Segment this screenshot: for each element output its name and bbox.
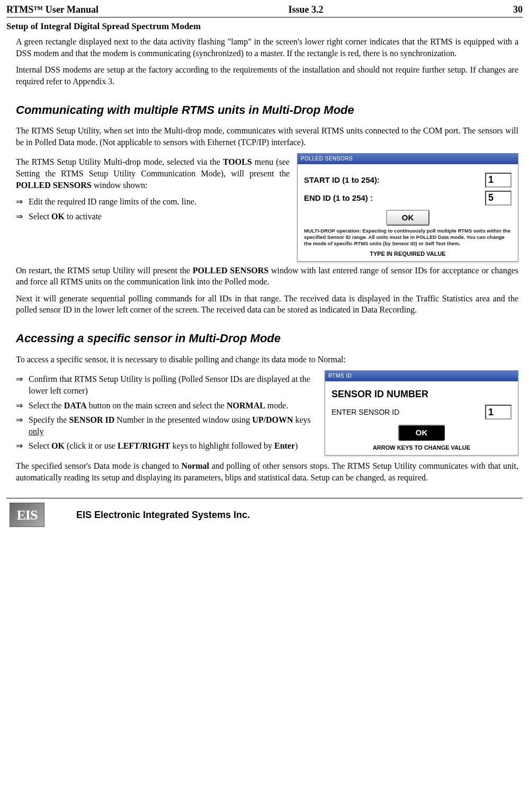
header-rule	[6, 17, 523, 17]
page-header: RTMS™ User Manual Issue 3.2 30	[6, 0, 523, 17]
header-center: Issue 3.2	[289, 3, 324, 16]
eis-logo: EIS	[10, 503, 44, 527]
text-fragment: Specify the	[29, 415, 69, 424]
multi-bullet-1: Edit the required ID range limits of the…	[29, 196, 290, 208]
bullet-arrow-icon: ⇒	[16, 414, 29, 437]
text-fragment: Number in the presented window using	[114, 415, 252, 424]
footer-company: EIS Electronic Integrated Systems Inc.	[76, 508, 250, 521]
access-paragraph-1: To access a specific sensor, it is neces…	[16, 354, 518, 365]
bold-polled-sensors: POLLED SENSORS	[16, 181, 92, 190]
text-fragment: Select	[29, 441, 51, 450]
bold-left-right: LEFT/RIGHT	[118, 441, 171, 450]
rtms-id-window: RTMS ID SENSOR ID NUMBER ENTER SENSOR ID…	[325, 370, 518, 456]
polled-sensors-window: POLLED SENSORS START ID (1 to 254): END …	[297, 153, 518, 261]
ok-button[interactable]: OK	[398, 425, 445, 441]
enter-sensor-id-label: ENTER SENSOR ID	[331, 407, 399, 417]
text-fragment: button on the main screen and select the	[87, 401, 227, 410]
bold-data: DATA	[64, 401, 87, 410]
bullet-arrow-icon: ⇒	[16, 440, 29, 452]
multi-paragraph-3: Next it will generate sequential polling…	[16, 293, 518, 316]
setup-paragraph-1: A green rectangle displayed next to the …	[16, 36, 518, 59]
text-fragment: The RTMS Setup Utility Multi-drop mode, …	[16, 157, 223, 166]
text-fragment: Select the	[29, 401, 64, 410]
bullet-arrow-icon: ⇒	[16, 196, 29, 208]
polled-sensors-note: MULTI-DROP operation: Expecting to conti…	[304, 228, 512, 247]
polled-sensors-footer: TYPE IN REQUIRED VALUE	[304, 250, 512, 258]
rtms-id-footer: ARROW KEYS TO CHANGE VALUE	[331, 444, 512, 452]
multi-bullet-2: Select OK to activate	[29, 211, 290, 222]
start-id-input[interactable]	[485, 173, 512, 188]
text-fragment: On restart, the RTMS setup Utility will …	[16, 266, 193, 275]
access-bullet-3: Specify the SENSOR ID Number in the pres…	[29, 414, 317, 437]
text-fragment: window shown:	[92, 181, 148, 190]
text-fragment: Select	[29, 212, 51, 221]
bullet-arrow-icon: ⇒	[16, 211, 29, 222]
text-fragment: (click it or use	[65, 441, 118, 450]
header-left: RTMS™ User Manual	[6, 3, 98, 16]
multi-paragraph-2: On restart, the RTMS setup Utility will …	[16, 265, 518, 288]
bold-sensor-id: SENSOR ID	[69, 415, 114, 424]
bold-enter: Enter	[274, 441, 295, 450]
text-fragment: )	[295, 441, 298, 450]
text-fragment: keys	[293, 415, 311, 424]
window-titlebar: POLLED SENSORS	[298, 154, 518, 164]
bullet-arrow-icon: ⇒	[16, 373, 29, 396]
underline-only: only	[29, 427, 43, 436]
bold-up-down: UP/DOWN	[252, 415, 293, 424]
multi-paragraph-1: The RTMS Setup Utility, when set into th…	[16, 125, 518, 148]
sensor-id-input[interactable]	[485, 405, 512, 420]
access-bullet-4: Select OK (click it or use LEFT/RIGHT ke…	[29, 440, 317, 452]
page-footer: EIS EIS Electronic Integrated Systems In…	[6, 498, 523, 529]
section-title-multi: Communicating with multiple RTMS units i…	[16, 102, 518, 118]
window-titlebar: RTMS ID	[325, 371, 518, 381]
bold-normal: Normal	[182, 461, 209, 470]
bold-polled-sensors: POLLED SENSORS	[193, 266, 268, 275]
end-id-label: END ID (1 to 254) :	[304, 193, 373, 203]
bold-ok: OK	[51, 212, 65, 221]
bullet-arrow-icon: ⇒	[16, 400, 29, 412]
bold-normal: NORMAL	[227, 401, 265, 410]
header-right: 30	[513, 3, 523, 16]
bold-tools: TOOLS	[223, 157, 252, 166]
access-paragraph-2: The specified sensor's Data mode is chan…	[16, 460, 518, 483]
setup-paragraph-2: Internal DSS modems are setup at the fac…	[16, 64, 518, 87]
start-id-label: START ID (1 to 254):	[304, 175, 380, 185]
bold-ok: OK	[51, 441, 65, 450]
section-title-setup: Setup of Integral Digital Spread Spectru…	[6, 21, 523, 33]
sensor-id-number-heading: SENSOR ID NUMBER	[331, 388, 512, 400]
text-fragment: mode.	[265, 401, 289, 410]
text-fragment: The specified sensor's Data mode is chan…	[16, 461, 182, 470]
ok-button[interactable]: OK	[386, 210, 429, 226]
section-title-access: Accessing a specific sensor in Multi-Dro…	[16, 331, 518, 346]
text-fragment: to activate	[65, 212, 102, 221]
end-id-input[interactable]	[485, 191, 512, 206]
text-fragment: keys to highlight followed by	[171, 441, 274, 450]
access-bullet-2: Select the DATA button on the main scree…	[29, 400, 317, 412]
access-bullet-1: Confirm that RTMS Setup Utility is polli…	[29, 373, 317, 396]
multi-intro: The RTMS Setup Utility Multi-drop mode, …	[16, 156, 290, 191]
